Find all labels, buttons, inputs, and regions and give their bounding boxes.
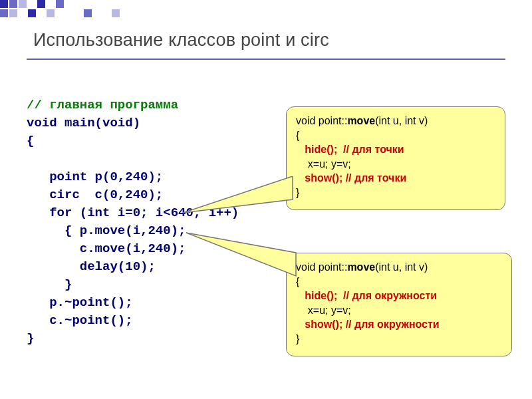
- callout-signature: void point::move(int u, int v): [296, 260, 502, 275]
- code-line: circ c(0,240);: [27, 188, 163, 202]
- callout-show-line: show(); // для окружности: [296, 317, 502, 332]
- callout-signature: void point::move(int u, int v): [296, 114, 495, 128]
- callout-hide-line: hide(); // для окружности: [296, 289, 502, 303]
- code-line: }: [27, 277, 72, 292]
- code-line: void main(void): [27, 116, 140, 130]
- callout-assign-line: x=u; y=v;: [296, 157, 495, 172]
- code-line: p.~point();: [27, 295, 133, 310]
- callout-circ-move: void point::move(int u, int v) { hide();…: [286, 253, 512, 356]
- callout-line: }: [296, 186, 495, 200]
- corner-decoration: [0, 0, 146, 21]
- code-line: for (int i=0; i<640; i++): [27, 205, 239, 220]
- callout-assign-line: x=u; y=v;: [296, 303, 502, 318]
- callout-show-line: show(); // для точки: [296, 171, 495, 186]
- callout-point-move: void point::move(int u, int v) { hide();…: [286, 106, 505, 210]
- callout-line: {: [296, 128, 495, 143]
- callout-hide-line: hide(); // для точки: [296, 142, 495, 157]
- code-comment: // главная программа: [27, 98, 178, 112]
- code-line: c.move(i,240);: [27, 241, 186, 256]
- code-line: }: [27, 331, 34, 346]
- callout-line: }: [296, 332, 502, 346]
- code-line: c.~point();: [27, 313, 133, 328]
- code-line: {: [27, 134, 34, 148]
- code-line: { p.move(i,240);: [27, 223, 186, 238]
- callout-line: {: [296, 275, 502, 289]
- code-line: delay(10);: [27, 259, 156, 274]
- code-line: point p(0,240);: [27, 170, 163, 184]
- main-code-block: // главная программа void main(void) { p…: [27, 78, 239, 348]
- slide-title: Использование классов point и circ: [33, 30, 329, 51]
- title-underline: [27, 59, 505, 60]
